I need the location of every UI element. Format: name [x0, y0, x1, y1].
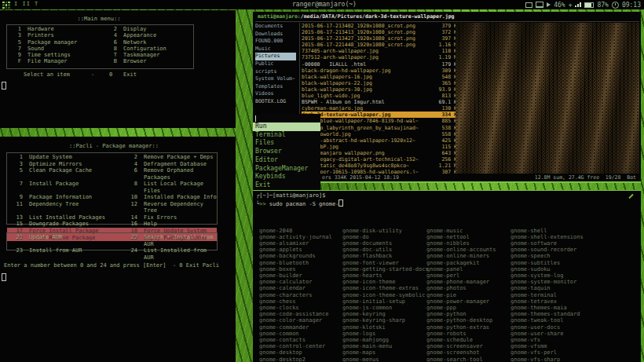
package-name: gnome-themes-maia — [510, 305, 584, 311]
file-row[interactable]: TbP.jpg 115 K — [302, 144, 457, 150]
file-row[interactable]: 2015-06-17-213427_1920x1080_scrot.png 39… — [302, 35, 457, 42]
package-name: gnome-music — [426, 228, 496, 234]
file-row[interactable]: black-wallpapers-16.jpg 548 K — [302, 74, 457, 80]
directory-item[interactable]: FOUND.000 — [255, 38, 296, 46]
volume-plus[interactable]: + — [569, 2, 573, 9]
file-row[interactable]: paper-10615-10985-hd-wallpapers.j~ 307 K — [302, 169, 457, 174]
file-row[interactable]: 2015-06-17-221448_1920x1080_scrot.png 1.… — [302, 42, 457, 48]
package-name: gnome-pie — [426, 292, 496, 298]
file-name: aroworld.jpg — [302, 131, 440, 137]
launcher-item[interactable]: PackageManager — [253, 165, 320, 174]
menu-row[interactable]: 23 Install from AUR 24 List Installed fr… — [7, 247, 217, 261]
launcher-item[interactable]: Keybinds — [253, 173, 320, 181]
file-name: TbP.jpg — [302, 144, 440, 150]
directory-item[interactable]: scripts — [255, 68, 296, 76]
menu-row[interactable]: 7 Sound 8 Configuration — [7, 46, 193, 52]
directory-item[interactable]: Music — [255, 46, 296, 53]
package-name: gnome-flashback — [342, 253, 429, 259]
menu-row[interactable]: 3 Optimize Mirrors 4 Defragment Database — [7, 161, 217, 168]
file-row[interactable]: 737512-arch-wallpaper.jpg 1.19 M — [302, 54, 457, 60]
directory-item[interactable]: Pictures — [255, 53, 296, 60]
directory-item[interactable]: Public — [255, 60, 296, 68]
menu-label: Hardware — [27, 26, 103, 32]
terminal-cursor[interactable] — [2, 82, 6, 90]
menu-label: Search + Install from AUR — [144, 234, 217, 247]
completion-column: gnome-shellgnome-shell-extensionsgnome-s… — [510, 208, 584, 362]
package-name: gnome-vfs-sharp — [510, 357, 584, 362]
exit-key: 0 — [109, 71, 112, 78]
file-row[interactable]: blue_light-wide.jpg 813 K — [302, 93, 457, 99]
file-row[interactable]: aro_labyrinth_green_by_katsujinad~ 538 K — [302, 125, 457, 131]
package-name: gnome-logs — [342, 331, 429, 337]
file-row[interactable]: aroworld.jpg 558 K — [302, 131, 457, 137]
file-row[interactable]: ern-abstract-hd-wallpaper-1920x12~ 425 K — [302, 137, 457, 144]
launcher-item[interactable]: Browser — [253, 148, 320, 156]
package-name: gnome-sudoku — [510, 266, 584, 272]
main-menu-window: ::Main menu:: 1 Hardware 2 Display 3 Pri… — [0, 10, 236, 128]
menu-row[interactable]: 5 Clean Package Cache 6 Remove Orphaned … — [7, 167, 217, 181]
system-tray: 46% + 87% 09:13 — [525, 0, 641, 9]
menu-row[interactable]: 9 Time settings T Taskmanager — [7, 52, 193, 58]
file-row[interactable]: cyberman-manjaro.jpg 130 K — [302, 105, 457, 112]
menu-key: 4 — [122, 161, 144, 168]
command-line[interactable]: └>> sudo pacman -S gnome- — [256, 199, 343, 207]
package-name: gnome-online-accounts — [426, 247, 496, 253]
file-row[interactable]: BSPWM - Album on Imgur.html 69.1 K — [302, 99, 457, 105]
launcher-input[interactable] — [253, 114, 320, 122]
directory-item[interactable]: Templates — [255, 83, 296, 91]
launcher-item[interactable]: Files — [253, 139, 320, 148]
completion-column: gnome-2048gnome-activity-journalgnome-al… — [259, 208, 332, 362]
menu-row[interactable]: 1 Update System 2 Remove Package + Deps — [7, 154, 217, 161]
directory-item[interactable]: Downloads — [255, 31, 296, 38]
window-icon[interactable] — [525, 2, 532, 8]
file-row[interactable]: t manjaro wallpaper.png 643 K — [302, 150, 457, 156]
menu-row[interactable]: 15 Downgrade Packages 16 Help — [7, 221, 217, 228]
menu-row[interactable]: 13 List Installed Packages 14 Fix Errors — [7, 214, 217, 221]
menu-label: Fix Errors — [144, 214, 217, 221]
menu-row[interactable]: 3 Printers 4 Appearance — [7, 32, 193, 38]
display-icon[interactable] — [536, 2, 543, 8]
file-row[interactable]: lr_static_de48o87y9sg8ws4sc8pkco~ 1.21 M — [302, 163, 457, 169]
file-row[interactable]: black-wallpapers-22.jpg 365 K — [302, 80, 457, 86]
package-name: gnome-alsamixer — [259, 240, 332, 247]
menu-label: Remove Orphaned Packages — [144, 167, 217, 181]
menu-row[interactable]: 5 Package manager 6 Network — [7, 39, 193, 46]
file-row[interactable]: 2015-06-17-213413_1920x1080_scrot.png 37… — [302, 29, 457, 35]
speaker-icon[interactable] — [547, 2, 551, 7]
menu-row[interactable]: 11 Dependency Tree 12 Reverse Dependency… — [7, 201, 217, 214]
file-row[interactable]: -00000 ILALLL .html 179 K — [302, 61, 457, 68]
terminal-cursor[interactable] — [2, 273, 6, 281]
menu-row[interactable]: 1 Hardware 2 Display — [7, 26, 193, 32]
directory-item[interactable]: Videos — [255, 90, 296, 98]
file-row[interactable]: light-blue-wallpaper-7846-8139-hd-wal~ 8… — [302, 118, 457, 124]
clock-icon — [612, 2, 619, 9]
file-row[interactable]: 737405-arch-wallpaper.jpg 110 K — [302, 48, 457, 54]
directory-item[interactable]: System Volum~ — [255, 75, 296, 83]
launcher-item[interactable]: Editor — [253, 156, 320, 165]
launcher-item[interactable]: Run — [253, 122, 320, 131]
menu-row[interactable]: F File Manager B Browser — [7, 58, 193, 64]
menu-key: 9 — [7, 194, 29, 201]
directory-item[interactable]: BOOTEX.LOG — [255, 98, 296, 106]
workspace-grid-icon[interactable] — [2, 2, 10, 9]
directory-item[interactable]: Documents — [255, 23, 296, 31]
menu-row[interactable]: 7 Install Package 8 List Local Package F… — [7, 181, 217, 194]
package-name: gnome-vfsmm — [510, 343, 584, 349]
launcher-item[interactable]: Exit — [253, 181, 320, 190]
file-row[interactable]: black-wallpapers-30.jpg 93.9 K — [302, 86, 457, 93]
menu-row[interactable]: 9 Package Information 10 Installed Packa… — [7, 194, 217, 201]
completion-column: gnome-musicgnome-nettoolgnome-nibblesgno… — [426, 208, 496, 362]
package-name: gnome-control-center — [259, 343, 332, 349]
menu-label: Help — [144, 221, 217, 228]
package-name: gnome-online-miners — [426, 253, 496, 259]
scroll-indicator-icon[interactable] — [628, 194, 633, 199]
file-row[interactable]: 2015-06-17-213402_1920x1080_scrot.png 37… — [302, 23, 457, 29]
menu-label: Installed Package Info — [144, 194, 217, 201]
package-name: gnome-boxes — [259, 266, 332, 272]
file-row[interactable]: black-dragon-hd-wallpaper.jpg 309 K — [302, 68, 457, 74]
menu-row[interactable]: 21 Update AUR 22 Search + Install from A… — [7, 234, 217, 247]
file-row[interactable]: dark-3d-texture-wallpaper.jpg 334 K — [302, 112, 457, 118]
file-row[interactable]: -Legacy-digital-art-technical-152~ 256 K — [302, 156, 457, 163]
launcher-item[interactable]: Terminal — [253, 131, 320, 140]
menu-key: 5 — [7, 167, 29, 181]
